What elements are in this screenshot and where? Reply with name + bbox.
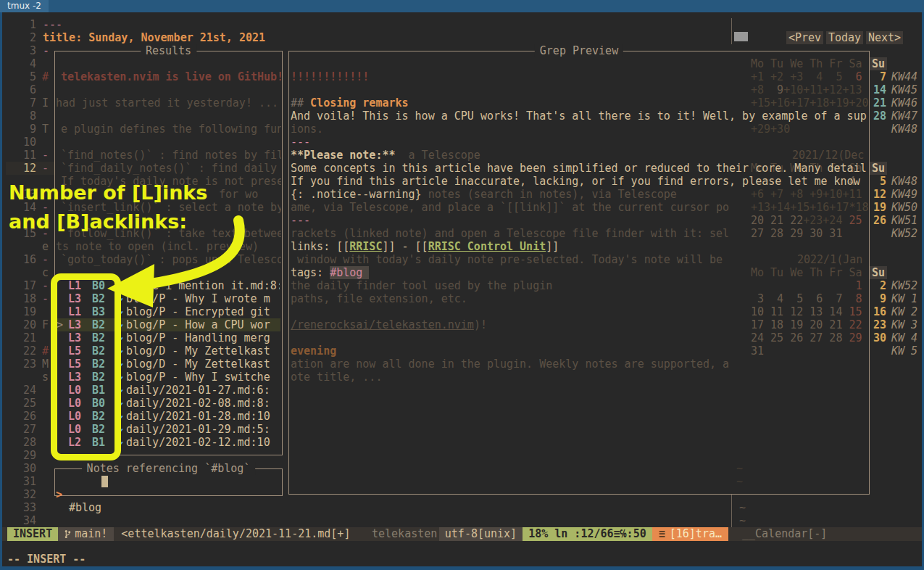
calendar-sunday-day[interactable]: 28 [873, 110, 886, 123]
calendar-week-number: KW50 [891, 201, 917, 214]
calendar-week-number: KW 2 [891, 305, 917, 318]
text-segment: window with today's daily note pre-selec… [291, 253, 723, 266]
line-number: 7 [10, 96, 36, 110]
calendar-sunday-day[interactable]: 16 [873, 305, 886, 318]
line-number: 25 [10, 397, 36, 410]
preview-line: --- [291, 214, 867, 227]
empty-buffer-tilde: ~ [739, 501, 746, 514]
text-segment: {: .notice--warning} [291, 188, 422, 201]
text-segment: ]] - [[ [382, 240, 428, 253]
calendar-week-number: KW 4 [891, 331, 917, 344]
result-filename: daily/2021-02-12.md:10 [126, 436, 280, 449]
preview-line: paths, file extension, etc. [291, 292, 867, 305]
text-segment: ions. [291, 123, 323, 136]
calendar-week-number: KW52 [891, 227, 917, 240]
text-segment: )! [474, 318, 487, 331]
preview-line: tags: #blog [291, 266, 867, 279]
tmux-session-tab[interactable]: tmux -2 [0, 0, 49, 12]
line-number: 21 [10, 331, 36, 344]
calendar-sunday-day[interactable]: 26 [873, 214, 886, 227]
line-number: 27 [10, 423, 36, 436]
preview-line: If you find this article inaccurate, lac… [291, 175, 867, 188]
prompt-input[interactable]: > #blog 13 / 13 [0, 475, 281, 488]
buffer-edge-char: - [42, 292, 49, 305]
text-segment: Some concepts in this article have been … [291, 162, 867, 175]
statusline-left: INSERT main! <ettelkasten/daily/2021-11-… [7, 527, 350, 541]
calendar-prev-button[interactable]: <Prev [786, 31, 823, 44]
text-segment: notes (search in notes), via Telescope [428, 188, 677, 201]
window-border-bottom [0, 566, 924, 570]
text-segment: - [43, 44, 49, 57]
text-segment: RRISC [349, 240, 382, 253]
line-number: 8 [10, 110, 36, 123]
line-number: 20 [10, 318, 36, 331]
result-filename: blog/D - My Zettelkast [126, 344, 280, 358]
text-segment: RRISC Control Unit [428, 240, 546, 253]
buffer-edge-char: # [42, 70, 49, 83]
buffer-edge-char: s [42, 371, 49, 384]
calendar-week-number: KW45 [891, 83, 917, 96]
git-branch-name: main! [75, 527, 107, 541]
git-branch-icon [64, 529, 71, 539]
calendar-sunday-day[interactable]: 23 [873, 318, 886, 331]
line-number: 5 [10, 70, 36, 83]
text-segment: --- [291, 214, 310, 227]
preview-line: ation are now all done in the plugin. We… [291, 358, 867, 371]
text-segment: ## [291, 96, 310, 110]
result-filename: blog/P - How a CPU wor [126, 318, 280, 331]
annotation-text-line1: Number of [L]inks [9, 181, 207, 204]
line-number: 28 [10, 436, 36, 449]
results-panel-title: Results [141, 44, 196, 57]
buffer-edge-char: - [42, 162, 49, 175]
calendar-sunday-day[interactable]: 9 [873, 292, 886, 305]
calendar-week-number: KW 1 [891, 292, 917, 305]
text-segment: And voila! This is how a CPU works! That… [291, 110, 867, 123]
buffer-line: --- [43, 18, 281, 31]
preview-line: ame, via Telescope, and place a `[[link]… [291, 201, 867, 214]
calendar-week-number: KW46 [891, 96, 917, 110]
buffer-edge-char: I [42, 96, 49, 110]
calendar-sunday-day[interactable]: 7 [873, 70, 886, 83]
calendar-next-button[interactable]: Next> [866, 31, 903, 44]
scrollbar-thumb[interactable] [734, 32, 748, 41]
calendar-sunday-day[interactable]: 2 [873, 279, 886, 292]
text-segment: links: [[ [291, 240, 349, 253]
calendar-sunday-day[interactable]: 14 [873, 83, 886, 96]
preview-line: ions. [291, 123, 867, 136]
tab-info: [16]tra… [670, 527, 722, 541]
line-number: 29 [10, 449, 36, 462]
prompt-caret: > [56, 488, 62, 501]
calendar-sunday-day[interactable]: 5 [873, 175, 886, 188]
result-filename: blog/D - My Zettelkast [126, 358, 280, 371]
result-filename: daily/2021-02-08.md:8: [126, 397, 280, 410]
preview-line: the daily finder tool used by the plugin [291, 279, 867, 292]
result-filename: blog/P - Handling merg [126, 331, 280, 344]
text-cursor [101, 476, 108, 487]
text-segment: tags: [291, 266, 330, 279]
result-filename: blog/P - Why I switche [126, 371, 280, 384]
calendar-sunday-day[interactable]: 21 [873, 96, 886, 110]
result-filename: blog/P - Why I wrote m [126, 292, 280, 305]
mode-message: -- INSERT -- [7, 553, 86, 566]
calendar-sunday-day[interactable]: 19 [873, 201, 886, 214]
text-segment: ation are now all done in the plugin. We… [291, 358, 729, 371]
line-number: 26 [10, 410, 36, 423]
calendar-sunday-day[interactable]: 12 [873, 188, 886, 201]
result-filename: blog/P - Encrypted git [126, 305, 280, 318]
text-segment: ]] [546, 240, 559, 253]
grep-preview-title: Grep Preview [535, 44, 623, 57]
line-number: 30 [10, 462, 36, 475]
buffer-edge-char: c [42, 266, 49, 279]
text-segment: rackets (linked note) and open a Telesco… [291, 227, 729, 240]
calendar-week-number: KW51 [891, 214, 917, 227]
preview-line: ## Closing remarks [291, 96, 867, 110]
text-segment: If you find this article inaccurate, lac… [291, 175, 860, 188]
calendar-sunday-day[interactable]: 30 [873, 331, 886, 344]
calendar-today-button[interactable]: Today [826, 31, 863, 44]
line-number: 22 [10, 344, 36, 358]
result-filename: daily/2021-01-29.md:5: [126, 423, 280, 436]
preview-line: Some concepts in this article have been … [291, 162, 867, 175]
statusline: INSERT main! <ettelkasten/daily/2021-11-… [2, 527, 922, 541]
result-filename: Where i mention it.md:8: [126, 279, 280, 292]
text-segment: ame, via Telescope, and place a `[[link]… [291, 201, 729, 214]
